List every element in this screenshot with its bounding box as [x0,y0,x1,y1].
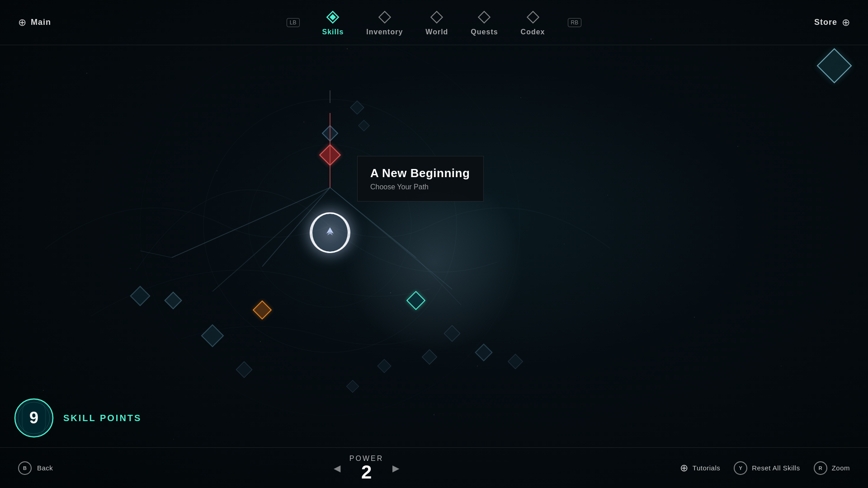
tutorials-label[interactable]: Tutorials [693,464,720,472]
inventory-tab-label: Inventory [366,28,403,36]
skill-node-lower-left[interactable] [238,364,250,375]
skill-node-bottom-right[interactable] [446,328,458,339]
nav-right: Store ⊕ [814,17,850,28]
tooltip-subtitle: Choose Your Path [370,183,471,191]
codex-tab-label: Codex [521,28,545,36]
main-plus-icon: ⊕ [18,17,26,28]
skills-tab-icon [325,9,341,25]
tutorials-action: ⊕ Tutorials [680,462,720,474]
nav-left: ⊕ Main [18,17,51,28]
tab-codex[interactable]: Codex [521,9,545,36]
world-tab-icon [429,9,445,25]
zoom-label[interactable]: Zoom [832,464,850,472]
skill-node-teal-left[interactable] [255,303,269,317]
skill-points-circle: 9 [14,398,54,438]
svg-rect-7 [479,11,490,23]
skill-node-left[interactable] [133,289,147,303]
zoom-button-icon[interactable]: R [814,461,827,475]
skills-tab-label: Skills [322,28,344,36]
power-value: 2 [361,463,372,482]
world-tab-label: World [425,28,448,36]
bottom-right: ⊕ Tutorials Y Reset All Skills R Zoom [680,461,850,475]
quests-tab-icon [476,9,492,25]
skill-tree [0,45,868,447]
back-button-icon[interactable]: B [18,461,32,475]
skill-node-bottom[interactable] [348,382,357,391]
skill-node-eye[interactable] [477,346,490,359]
svg-rect-6 [431,11,443,23]
tab-inventory[interactable]: Inventory [366,9,403,36]
skill-node-mid-bottom[interactable] [379,361,389,371]
skill-node-far-right[interactable] [424,352,435,362]
tab-skills[interactable]: Skills [322,9,344,36]
nav-center: LB Skills Inventory World [287,9,581,36]
skill-tooltip: A New Beginning Choose Your Path [357,156,484,202]
reset-action: Y Reset All Skills [734,461,800,475]
main-label[interactable]: Main [31,18,51,27]
power-nav: ◀ POWER 2 ▶ [334,455,399,482]
power-display: ◀ POWER 2 ▶ [334,455,399,482]
skill-points-number: 9 [14,398,54,438]
inventory-tab-icon [377,9,393,25]
skill-node-bottom-left-arrow[interactable] [204,328,221,344]
central-node-arrow-icon [321,224,339,242]
skill-points-widget: 9 SKILL POINTS [14,398,142,438]
power-prev-icon[interactable]: ◀ [334,463,340,474]
skill-node-top-left[interactable] [360,122,368,130]
svg-rect-5 [379,11,390,23]
skill-points-label: SKILL POINTS [63,413,142,423]
skill-node-red[interactable] [322,147,338,163]
svg-rect-4 [330,14,336,20]
tab-world[interactable]: World [425,9,448,36]
zoom-action: R Zoom [814,461,850,475]
svg-rect-8 [527,11,538,23]
central-skill-node[interactable] [310,212,350,253]
reset-button-icon[interactable]: Y [734,461,747,475]
store-label[interactable]: Store [814,18,837,27]
skill-node-right-teal[interactable] [409,294,423,307]
skill-node-above-red[interactable] [324,127,336,139]
bottom-left: B Back [18,461,53,475]
tooltip-title: A New Beginning [370,166,471,180]
store-plus-icon: ⊕ [842,17,850,28]
skill-node-far-right2[interactable] [510,356,521,367]
tutorials-plus-icon: ⊕ [680,462,688,474]
reset-label[interactable]: Reset All Skills [752,464,800,472]
skill-node-left-mid[interactable] [167,294,179,307]
back-label[interactable]: Back [37,464,53,472]
codex-tab-icon [525,9,541,25]
bottom-bar: B Back ◀ POWER 2 ▶ ⊕ Tutorials Y Reset A… [0,447,868,488]
tab-quests[interactable]: Quests [471,9,498,36]
quests-tab-label: Quests [471,28,498,36]
rb-indicator[interactable]: RB [568,18,582,27]
skill-node-top[interactable] [352,103,362,113]
lb-indicator[interactable]: LB [287,18,300,27]
top-right-indicator [818,50,850,81]
top-nav: ⊕ Main LB Skills Inventory World [0,0,868,45]
power-next-icon[interactable]: ▶ [392,463,399,474]
